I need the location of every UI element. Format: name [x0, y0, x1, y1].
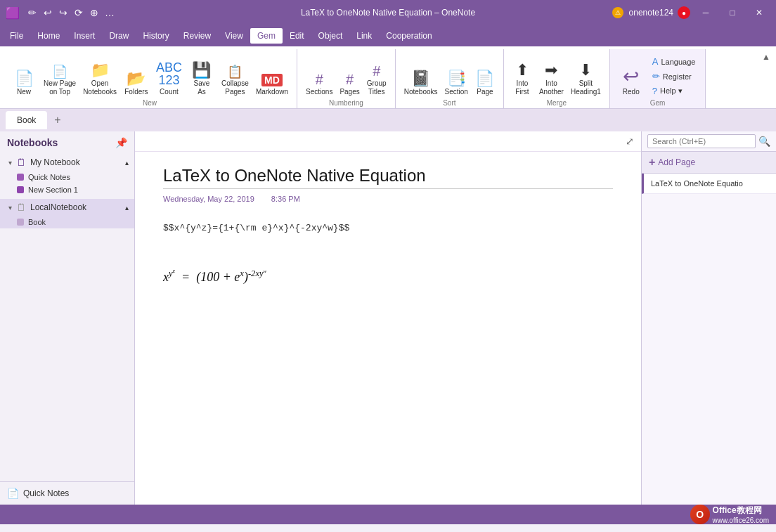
- page-list-item-0[interactable]: LaTeX to OneNote Equatio: [642, 174, 776, 194]
- pages-icon: #: [346, 72, 354, 86]
- ellipsis-icon[interactable]: …: [103, 6, 117, 20]
- new-page-top-icon: 📄: [52, 65, 67, 78]
- quick-notes-section[interactable]: Quick Notes: [0, 171, 134, 183]
- pages-numbering-button[interactable]: # Pages: [337, 70, 362, 98]
- add-tab-button[interactable]: +: [48, 114, 66, 126]
- pen-icon[interactable]: ✏: [25, 6, 39, 20]
- page-time-text: 8:36 PM: [271, 195, 300, 203]
- latex-source-text[interactable]: $$x^{y^z}={1+{\rm e}^x}^{-2xy^w}$$: [163, 223, 613, 233]
- maximize-button[interactable]: □: [721, 3, 744, 22]
- local-notebook-item[interactable]: ▾ 🗒 LocalNotebook ▴: [0, 199, 134, 216]
- latex-source-block: $$x^{y^z}={1+{\rm e}^x}^{-2xy^w}$$: [163, 220, 613, 250]
- menu-home[interactable]: Home: [30, 28, 67, 44]
- menu-gem[interactable]: Gem: [250, 28, 283, 44]
- into-first-icon: ⬆: [516, 63, 529, 78]
- minimize-button[interactable]: ─: [694, 3, 717, 22]
- ribbon: 📄 New 📄 New Pageon Top 📁 OpenNotebooks 📂…: [0, 46, 776, 109]
- statusbar: O Office教程网 www.office26.com: [0, 505, 776, 524]
- book-label: Book: [28, 218, 46, 226]
- new-section-1[interactable]: New Section 1: [0, 183, 134, 196]
- undo-icon[interactable]: ↩: [41, 6, 55, 20]
- book-section[interactable]: Book: [0, 216, 134, 228]
- new-section-1-label: New Section 1: [28, 186, 78, 194]
- into-another-button[interactable]: ➡ IntoAnother: [536, 60, 567, 98]
- menu-draw[interactable]: Draw: [102, 28, 136, 44]
- help-button[interactable]: ? Help ▾: [648, 84, 700, 98]
- quick-notes-label: Quick Notes: [28, 173, 70, 181]
- redo-button[interactable]: ↩ Redo: [616, 64, 647, 98]
- menu-cooperation[interactable]: Cooperation: [379, 28, 439, 44]
- collapse-pages-button[interactable]: 📋 CollapsePages: [219, 63, 252, 98]
- expand-icon[interactable]: ⤢: [624, 134, 635, 148]
- help-icon: ?: [652, 86, 657, 96]
- sort-notebooks-button[interactable]: 📓 Notebooks: [401, 68, 441, 98]
- quick-notes-bottom-label: Quick Notes: [23, 488, 69, 498]
- local-notebook-label: LocalNotebook: [30, 202, 86, 212]
- user-avatar[interactable]: ●: [678, 6, 690, 19]
- refresh-icon[interactable]: ⟳: [72, 6, 86, 20]
- new-page-on-top-button[interactable]: 📄 New Pageon Top: [41, 63, 79, 98]
- my-notebook-item[interactable]: ▾ 🗒 My Notebook ▴: [0, 154, 134, 171]
- redo-icon[interactable]: ↪: [56, 6, 70, 20]
- search-input[interactable]: [647, 134, 756, 148]
- content-toolbar: ⤢: [135, 131, 641, 152]
- ribbon-group-new: 📄 New 📄 New Pageon Top 📁 OpenNotebooks 📂…: [3, 49, 297, 108]
- sort-section-button[interactable]: 📑 Section: [442, 68, 471, 98]
- tab-book[interactable]: Book: [6, 111, 47, 129]
- sections-numbering-button[interactable]: # Sections: [303, 70, 335, 98]
- quick-notes-bottom[interactable]: 📄 Quick Notes: [0, 481, 134, 505]
- local-notebook-collapse-icon: ▾: [8, 204, 12, 212]
- ribbon-group-sort: 📓 Notebooks 📑 Section 📄 Page Sort: [396, 49, 504, 108]
- sort-page-button[interactable]: 📄 Page: [472, 68, 498, 98]
- count-button[interactable]: ABC123 Count: [153, 58, 185, 98]
- sidebar-header: Notebooks 📌: [0, 131, 134, 154]
- pin-icon[interactable]: 📌: [115, 137, 127, 148]
- menu-history[interactable]: History: [136, 28, 176, 44]
- open-notebooks-button[interactable]: 📁 OpenNotebooks: [80, 60, 119, 98]
- menu-view[interactable]: View: [218, 28, 250, 44]
- my-notebook-collapse-btn[interactable]: ▴: [125, 159, 129, 167]
- split-heading1-button[interactable]: ⬇ SplitHeading1: [568, 60, 604, 98]
- language-button[interactable]: A Language: [648, 55, 700, 68]
- ribbon-group-new-label: New: [8, 98, 291, 108]
- ribbon-collapse-button[interactable]: ▲: [762, 52, 770, 62]
- save-as-button[interactable]: 💾 SaveAs: [186, 60, 217, 98]
- group-titles-button[interactable]: # GroupTitles: [364, 61, 389, 98]
- collapse-pages-icon: 📋: [227, 65, 242, 78]
- add-page-button[interactable]: + Add Page: [642, 152, 776, 174]
- menu-file[interactable]: File: [3, 28, 30, 44]
- username: onenote124: [629, 8, 673, 18]
- local-notebook-collapse-btn[interactable]: ▴: [125, 204, 129, 212]
- menu-edit[interactable]: Edit: [283, 28, 311, 44]
- notebook-collapse-icon: ▾: [8, 159, 12, 167]
- page-date-text: Wednesday, May 22, 2019: [163, 195, 254, 203]
- menu-review[interactable]: Review: [176, 28, 218, 44]
- menu-insert[interactable]: Insert: [67, 28, 102, 44]
- close-button[interactable]: ✕: [748, 3, 770, 22]
- markdown-button[interactable]: MD Markdown: [253, 71, 291, 98]
- tabs-bar: Book +: [0, 109, 776, 131]
- page-title[interactable]: LaTeX to OneNote Native Equation: [163, 166, 613, 189]
- new-button[interactable]: 📄 New: [8, 68, 39, 98]
- menu-link[interactable]: Link: [349, 28, 379, 44]
- page-date: Wednesday, May 22, 2019 8:36 PM: [163, 195, 613, 203]
- website-url: www.office26.com: [713, 517, 769, 524]
- folders-button[interactable]: 📂 Folders: [121, 68, 152, 98]
- split-heading1-icon: ⬇: [579, 63, 592, 78]
- search-bar: 🔍: [642, 131, 776, 152]
- status-logo: O Office教程网 www.office26.com: [690, 505, 769, 524]
- register-icon: ✏: [652, 71, 660, 82]
- markdown-icon: MD: [261, 74, 283, 86]
- gem-icon[interactable]: ⊕: [87, 6, 101, 20]
- brand-name: Office教程网: [713, 505, 769, 517]
- ribbon-group-gem-label: Gem: [616, 98, 700, 108]
- sidebar: Notebooks 📌 ▾ 🗒 My Notebook ▴ Quick Note…: [0, 131, 135, 505]
- group-titles-icon: #: [373, 64, 380, 78]
- math-rendered-block: xyz = (100 + ex)-2xyw: [163, 259, 613, 287]
- language-icon: A: [652, 56, 659, 67]
- sort-notebooks-icon: 📓: [411, 71, 430, 86]
- into-first-button[interactable]: ⬆ IntoFirst: [510, 60, 535, 98]
- menu-object[interactable]: Object: [311, 28, 350, 44]
- search-icon[interactable]: 🔍: [758, 136, 770, 147]
- register-button[interactable]: ✏ Register: [648, 70, 700, 83]
